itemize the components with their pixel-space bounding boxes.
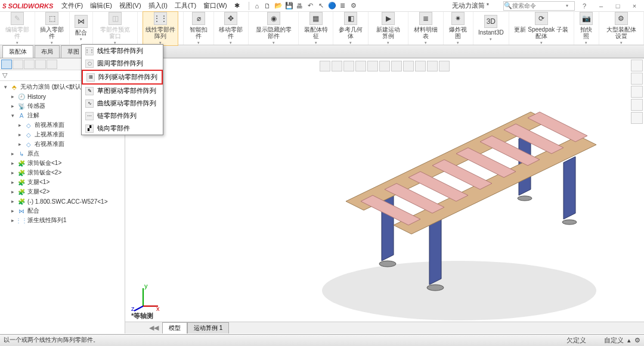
- btab-model[interactable]: 模型: [162, 322, 187, 334]
- btab-motion[interactable]: 运动算例 1: [187, 322, 229, 334]
- ribbon-btn-13[interactable]: 3D Instant3D ▾: [478, 15, 504, 42]
- minimize-button[interactable]: –: [594, 2, 608, 10]
- vp-view-icon[interactable]: [391, 61, 402, 71]
- vp-edge-icon[interactable]: [415, 61, 426, 71]
- 3d-viewport[interactable]: y x z *等轴测 ◀◀ 模型 运动算例 1: [125, 58, 644, 333]
- ribbon-btn-15[interactable]: 📷 拍快照 ▾: [579, 12, 594, 45]
- help-button[interactable]: ?: [577, 2, 592, 10]
- tree-toggle-12[interactable]: ▸: [10, 208, 16, 214]
- ribbon-btn-1[interactable]: ⬚ 插入零部件 ▾: [40, 12, 65, 45]
- vp-display-icon[interactable]: [367, 61, 378, 71]
- collapse-icon[interactable]: ▾: [2, 84, 8, 90]
- menu-window[interactable]: 窗口(W): [200, 1, 231, 10]
- tree-toggle-13[interactable]: ▸: [10, 217, 16, 223]
- tab-assembly[interactable]: 装配体: [2, 45, 33, 58]
- ribbon-btn-6[interactable]: ✥ 移动零部件 ▾: [219, 12, 244, 45]
- tree-toggle-3[interactable]: ▸: [17, 122, 23, 128]
- maximize-button[interactable]: □: [611, 2, 625, 10]
- sidebar-tab-dim[interactable]: [35, 60, 46, 69]
- dropdown-item-6[interactable]: ▞镜向零部件: [82, 122, 163, 135]
- qat-settings-icon[interactable]: ⚙: [349, 1, 358, 11]
- ribbon-btn-12[interactable]: ✷ 爆炸视图 ▾: [448, 12, 468, 45]
- dropdown-item-3[interactable]: ✎草图驱动零部件阵列: [82, 85, 163, 97]
- vp-orbit-icon[interactable]: [343, 61, 354, 71]
- qat-options-icon[interactable]: ≣: [338, 1, 348, 11]
- menu-tools[interactable]: 工具(T): [171, 1, 200, 10]
- ribbon-btn-14[interactable]: ⟳ 更新 Speedpak 子装配体 ▾: [514, 12, 569, 45]
- rb-btn-3[interactable]: [631, 86, 643, 98]
- tree-toggle-0[interactable]: ▸: [10, 93, 16, 99]
- status-custom[interactable]: 自定义: [604, 336, 624, 345]
- dropdown-item-0[interactable]: ⋮⋮线性零部件阵列: [82, 45, 163, 57]
- ribbon-btn-8[interactable]: ▦ 装配体特征 ▾: [304, 12, 329, 45]
- vp-render-icon[interactable]: [403, 61, 414, 71]
- tree-toggle-9[interactable]: ▸: [10, 179, 16, 185]
- menu-view[interactable]: 视图(V): [116, 1, 145, 10]
- tree-toggle-4[interactable]: ▸: [17, 132, 23, 138]
- qat-home-icon[interactable]: ⌂: [252, 1, 262, 11]
- orientation-triad[interactable]: y x z: [131, 282, 161, 312]
- status-icon[interactable]: ⚙: [634, 336, 640, 344]
- qat-rebuild-icon[interactable]: 🔵: [327, 1, 337, 11]
- tree-toggle-8[interactable]: ▸: [10, 170, 16, 176]
- tree-node-8[interactable]: ▸ 🧩 滚筒钣金<2>: [0, 168, 125, 177]
- tab-nav-prev-icon[interactable]: ◀◀: [149, 324, 159, 332]
- sidebar-tab-property[interactable]: [13, 60, 23, 69]
- tree-toggle-7[interactable]: ▸: [10, 160, 16, 166]
- tree-node-11[interactable]: ▸ 🧩 (-) 1.800.SWC.ACC-W527<1>: [0, 197, 125, 206]
- menu-insert[interactable]: 插入(I): [145, 1, 171, 10]
- sidebar-tab-config[interactable]: [24, 60, 35, 69]
- ribbon-btn-9[interactable]: ◧ 参考几何体 ▾: [338, 12, 363, 45]
- sidebar-tab-display[interactable]: [47, 60, 57, 69]
- tree-node-5[interactable]: ▸ ◇ 右视基准面: [0, 139, 125, 149]
- dropdown-item-2[interactable]: ⊞阵列驱动零部件阵列: [82, 70, 163, 85]
- search-field[interactable]: [512, 2, 566, 9]
- tree-node-12[interactable]: ▸ ⋈ 配合: [0, 206, 125, 216]
- tab-layout[interactable]: 布局: [35, 45, 60, 58]
- qat-print-icon[interactable]: 🖶: [295, 1, 305, 11]
- ribbon-btn-10[interactable]: ▶ 新建运动算例 ▾: [373, 12, 403, 45]
- dropdown-item-4[interactable]: ∿曲线驱动零部件阵列: [82, 97, 163, 110]
- menu-star[interactable]: ✱: [231, 2, 243, 10]
- vp-hide-icon[interactable]: [439, 61, 450, 71]
- qat-select-icon[interactable]: ↖: [317, 1, 326, 11]
- tree-toggle-5[interactable]: ▸: [17, 141, 23, 147]
- vp-fit-icon[interactable]: [332, 61, 342, 71]
- ribbon-btn-7[interactable]: ◉ 显示隐藏的零部件 ▾: [253, 12, 293, 45]
- search-input[interactable]: 🔍 ▾: [503, 1, 575, 11]
- rb-btn-2[interactable]: [631, 73, 643, 85]
- tree-node-9[interactable]: ▸ 🧩 支腿<1>: [0, 177, 125, 187]
- ribbon-btn-4[interactable]: ⋮⋮ 线性零部件阵列 ▾: [143, 11, 178, 46]
- dropdown-item-1[interactable]: ◌圆周零部件阵列: [82, 57, 163, 70]
- rb-btn-1[interactable]: [631, 60, 643, 71]
- vp-color-icon[interactable]: [427, 61, 438, 71]
- tree-toggle-2[interactable]: ▾: [10, 113, 16, 119]
- qat-undo-icon[interactable]: ↶: [306, 1, 315, 11]
- ribbon-btn-3[interactable]: ◫ 零部件预览窗口 ▾: [98, 12, 132, 45]
- close-button[interactable]: ×: [627, 2, 642, 10]
- ribbon-btn-2[interactable]: ⋈ 配合 ▾: [75, 15, 88, 42]
- tree-node-10[interactable]: ▸ 🧩 支腿<2>: [0, 187, 125, 197]
- vp-section-icon[interactable]: [355, 61, 366, 71]
- dropdown-icon[interactable]: ▾: [566, 3, 568, 8]
- ribbon-btn-16[interactable]: ⚙ 大型装配体设置 ▾: [604, 12, 639, 45]
- sidebar-tab-feature[interactable]: [1, 60, 12, 69]
- tree-node-13[interactable]: ▸ ⋮⋮ 派生线性阵列1: [0, 216, 125, 225]
- menu-file[interactable]: 文件(F): [58, 1, 86, 10]
- rb-btn-5[interactable]: [631, 112, 643, 124]
- tree-node-6[interactable]: ▸ ↳ 原点: [0, 149, 125, 158]
- vp-scene-icon[interactable]: [379, 61, 390, 71]
- qat-new-icon[interactable]: 🗋: [263, 1, 273, 11]
- qat-save-icon[interactable]: 💾: [284, 1, 294, 11]
- chevron-up-icon[interactable]: ▴: [627, 336, 631, 344]
- qat-open-icon[interactable]: 📂: [274, 1, 283, 11]
- tree-toggle-6[interactable]: ▸: [10, 151, 16, 157]
- ribbon-btn-11[interactable]: ≣ 材料明细表 ▾: [413, 12, 438, 45]
- tree-toggle-11[interactable]: ▸: [10, 198, 16, 204]
- dropdown-item-5[interactable]: ⋯链零部件阵列: [82, 110, 163, 122]
- rb-btn-4[interactable]: [631, 99, 643, 111]
- vp-zoom-icon[interactable]: [320, 61, 330, 71]
- menu-edit[interactable]: 编辑(E): [86, 1, 116, 10]
- tree-toggle-10[interactable]: ▸: [10, 189, 16, 195]
- tree-toggle-1[interactable]: ▸: [10, 103, 16, 109]
